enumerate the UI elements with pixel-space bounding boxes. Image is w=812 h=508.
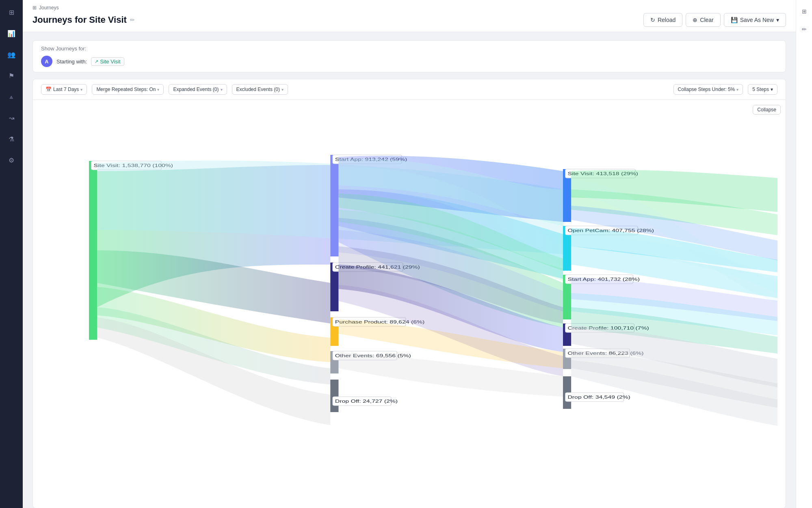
filter-card: Show Journeys for: A Starting with: ↗ Si… — [32, 40, 786, 72]
grid-icon[interactable]: ⊞ — [799, 6, 810, 17]
reload-label: Reload — [658, 17, 676, 23]
sidebar-icon-funnel[interactable]: ⟁ — [5, 90, 18, 103]
save-as-new-button[interactable]: 💾 Save As New ▾ — [724, 13, 786, 27]
filter-journey-row: A Starting with: ↗ Site Visit — [41, 56, 777, 67]
breadcrumb-text: Journeys — [39, 5, 59, 11]
event-tag-label: Site Visit — [100, 59, 120, 65]
viz-filters: 📅 Last 7 Days ▾ Merge Repeated Steps: On… — [41, 84, 288, 95]
edit-icon[interactable]: ✏ — [799, 24, 810, 35]
viz-card: 📅 Last 7 Days ▾ Merge Repeated Steps: On… — [32, 79, 786, 508]
viz-right-controls: Collapse Steps Under: 5% ▾ 5 Steps ▾ — [673, 84, 777, 95]
left-sidebar: ⊞ 📊 👥 ⚑ ⟁ ↝ ⚗ ⚙ — [0, 0, 23, 508]
merge-label: Merge Repeated Steps: On — [96, 87, 156, 92]
excluded-events-filter[interactable]: Excluded Events (0) ▾ — [232, 84, 288, 95]
node-drop-off-1[interactable] — [330, 380, 338, 412]
date-range-chevron: ▾ — [80, 87, 82, 92]
merge-chevron: ▾ — [157, 87, 159, 92]
viz-toolbar: 📅 Last 7 Days ▾ Merge Repeated Steps: On… — [33, 79, 786, 100]
page-title: Journeys for Site Visit — [32, 15, 127, 25]
merge-steps-filter[interactable]: Merge Repeated Steps: On ▾ — [92, 84, 164, 95]
right-sidebar: ⊞ ✏ — [796, 0, 812, 508]
save-icon: 💾 — [731, 17, 738, 23]
steps-label: 5 Steps — [752, 87, 769, 92]
filter-row: Show Journeys for: — [41, 46, 777, 52]
header-actions: ↻ Reload ⊕ Clear 💾 Save As New ▾ — [643, 13, 786, 27]
steps-dropdown[interactable]: 5 Steps ▾ — [748, 84, 777, 95]
label-do2: Drop Off: 34,549 (2%) — [567, 395, 630, 399]
date-range-label: Last 7 Days — [53, 87, 79, 92]
main-content: ⊞ Journeys Journeys for Site Visit ✏ ↻ R… — [23, 0, 796, 508]
sidebar-icon-settings[interactable]: ⚙ — [5, 154, 18, 167]
node-site-visit-1[interactable] — [89, 161, 97, 340]
event-tag[interactable]: ↗ Site Visit — [91, 57, 124, 66]
content-area: Show Journeys for: A Starting with: ↗ Si… — [23, 32, 796, 508]
expanded-events-filter[interactable]: Expanded Events (0) ▾ — [169, 84, 227, 95]
page-header: Journeys for Site Visit ✏ ↻ Reload ⊕ Cle… — [32, 13, 786, 32]
excluded-chevron: ▾ — [281, 87, 284, 92]
avatar: A — [41, 56, 52, 67]
date-range-filter[interactable]: 📅 Last 7 Days ▾ — [41, 84, 87, 95]
clear-icon: ⊕ — [693, 17, 697, 23]
reload-button[interactable]: ↻ Reload — [643, 13, 682, 27]
clear-button[interactable]: ⊕ Clear — [686, 13, 720, 27]
sidebar-icon-journey[interactable]: ↝ — [5, 111, 18, 124]
node-start-app-1[interactable] — [330, 155, 338, 256]
sidebar-icon-users[interactable]: 👥 — [5, 48, 18, 61]
label-do1: Drop Off: 24,727 (2%) — [335, 399, 398, 404]
steps-chevron: ▾ — [771, 87, 773, 92]
collapse-button[interactable]: Collapse — [753, 105, 781, 115]
sidebar-icon-chart[interactable]: 📊 — [5, 27, 18, 40]
reload-icon: ↻ — [650, 17, 655, 23]
starting-with-label: Starting with: — [56, 59, 87, 65]
breadcrumb: ⊞ Journeys — [32, 5, 786, 11]
expanded-label: Expanded Events (0) — [173, 87, 219, 92]
sankey-svg: Site Visit: 1,538,770 (100%) — [41, 108, 777, 498]
sankey-diagram: Collapse — [33, 100, 786, 508]
collapse-steps-filter[interactable]: Collapse Steps Under: 5% ▾ — [673, 84, 743, 95]
clear-label: Clear — [700, 17, 713, 23]
excluded-label: Excluded Events (0) — [236, 87, 280, 92]
calendar-icon: 📅 — [45, 87, 52, 92]
expanded-chevron: ▾ — [221, 87, 223, 92]
show-journeys-label: Show Journeys for: — [41, 46, 86, 52]
event-tag-icon: ↗ — [95, 59, 98, 64]
top-bar: ⊞ Journeys Journeys for Site Visit ✏ ↻ R… — [23, 0, 796, 32]
sidebar-icon-grid[interactable]: ⊞ — [5, 6, 18, 19]
breadcrumb-icon: ⊞ — [32, 5, 37, 11]
page-title-area: Journeys for Site Visit ✏ — [32, 15, 135, 25]
edit-title-icon[interactable]: ✏ — [130, 17, 135, 23]
sidebar-icon-experiment[interactable]: ⚗ — [5, 132, 18, 145]
collapse-steps-label: Collapse Steps Under: 5% — [678, 87, 735, 92]
chevron-down-icon: ▾ — [776, 17, 779, 23]
sidebar-icon-flag[interactable]: ⚑ — [5, 69, 18, 82]
collapse-steps-chevron: ▾ — [736, 87, 738, 92]
save-as-new-label: Save As New — [740, 17, 774, 23]
